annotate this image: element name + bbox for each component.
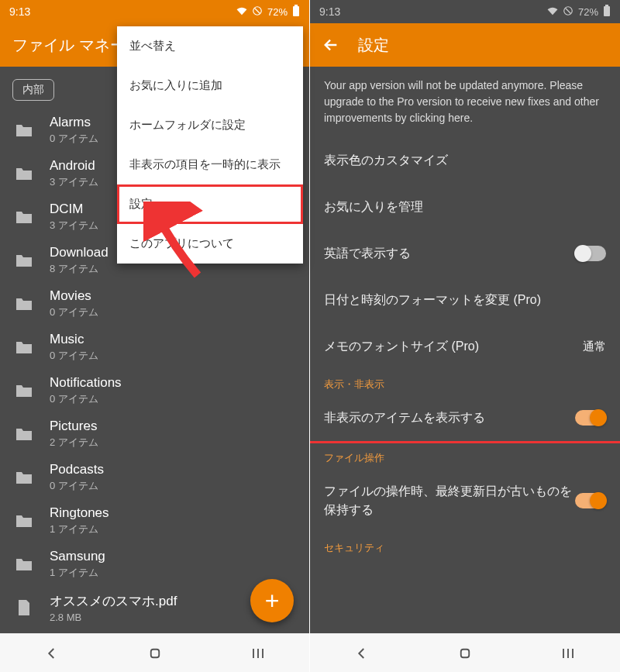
svg-rect-4 <box>150 649 159 657</box>
setting-manage-favorites[interactable]: お気に入りを管理 <box>310 184 620 230</box>
file-row[interactable]: Music0 アイテム <box>0 326 309 369</box>
label: お気に入りを管理 <box>324 198 606 216</box>
file-row[interactable]: Podcasts0 アイテム <box>0 456 309 499</box>
menu-settings[interactable]: 設定 <box>117 184 303 224</box>
file-row[interactable]: Ringtones1 アイテム <box>0 499 309 543</box>
file-texts: オススメのスマホ.pdf2.8 MB <box>50 592 177 623</box>
file-texts: Notifications0 アイテム <box>50 375 122 406</box>
setting-english: 英語で表示する <box>310 230 620 277</box>
toggle-keep-date[interactable] <box>575 493 606 508</box>
nav-home-button[interactable] <box>413 646 516 660</box>
file-icon <box>12 596 36 619</box>
svg-rect-2 <box>293 6 299 16</box>
filter-chip-internal[interactable]: 内部 <box>12 79 54 101</box>
menu-sort[interactable]: 並べ替え <box>117 26 303 66</box>
status-bar: 9:13 72% <box>310 0 620 23</box>
file-subtitle: 0 アイテム <box>50 132 98 146</box>
file-subtitle: 1 アイテム <box>50 522 109 536</box>
folder-icon <box>12 509 36 532</box>
setting-keep-date: ファイルの操作時、最終更新日が古いものを保持する <box>310 468 620 533</box>
wifi-icon <box>236 6 247 18</box>
label: 英語で表示する <box>324 244 575 263</box>
file-name: Samsung <box>50 549 105 564</box>
fab-add-button[interactable]: + <box>250 579 294 622</box>
right-pane: 9:13 72% 設定 Your app version will not be… <box>310 0 620 672</box>
nav-recents-button[interactable] <box>517 646 620 660</box>
file-subtitle: 2 アイテム <box>50 436 98 450</box>
battery-text: 72% <box>578 6 598 18</box>
label: 日付と時刻のフォーマットを変更 (Pro) <box>324 291 606 309</box>
file-subtitle: 0 アイテム <box>50 392 122 406</box>
menu-about[interactable]: このアプリについて <box>117 224 303 264</box>
folder-icon <box>12 249 36 272</box>
file-subtitle: 0 アイテム <box>50 349 98 363</box>
file-row[interactable]: Notifications0 アイテム <box>0 369 309 412</box>
file-name: オススメのスマホ.pdf <box>50 592 177 610</box>
setting-show-hidden: 非表示のアイテムを表示する <box>310 395 620 443</box>
do-not-disturb-icon <box>563 5 574 19</box>
label: ファイルの操作時、最終更新日が古いものを保持する <box>324 482 575 519</box>
back-button[interactable] <box>322 36 339 53</box>
label: 非表示のアイテムを表示する <box>324 408 575 427</box>
label: メモのフォントサイズ (Pro) <box>324 337 574 356</box>
file-texts: Pictures2 アイテム <box>50 419 98 450</box>
file-texts: Android3 アイテム <box>50 158 98 189</box>
folder-icon <box>12 162 36 185</box>
file-row[interactable]: Pictures2 アイテム <box>0 412 309 456</box>
svg-rect-11 <box>605 5 608 6</box>
plus-icon: + <box>265 587 280 615</box>
file-subtitle: 0 アイテム <box>50 479 104 493</box>
file-texts: Samsung1 アイテム <box>50 549 105 580</box>
nav-back-button[interactable] <box>0 646 103 660</box>
setting-date-format[interactable]: 日付と時刻のフォーマットを変更 (Pro) <box>310 277 620 323</box>
setting-font-size[interactable]: メモのフォントサイズ (Pro) 通常 <box>310 323 620 370</box>
status-right: 72% <box>547 5 611 19</box>
nav-recents-button[interactable] <box>206 646 309 660</box>
section-visibility: 表示・非表示 <box>310 370 620 395</box>
file-name: Music <box>50 332 98 347</box>
svg-line-1 <box>254 8 260 13</box>
file-name: Alarms <box>50 115 98 130</box>
status-time: 9:13 <box>319 5 340 18</box>
file-name: Podcasts <box>50 462 104 477</box>
file-name: Movies <box>50 288 98 304</box>
file-subtitle: 0 アイテム <box>50 305 98 319</box>
section-fileop: ファイル操作 <box>310 443 620 468</box>
file-texts: Ringtones1 アイテム <box>50 505 109 536</box>
nav-back-button[interactable] <box>310 646 413 660</box>
nav-home-button[interactable] <box>103 646 206 660</box>
file-texts: Podcasts0 アイテム <box>50 462 104 493</box>
do-not-disturb-icon <box>252 5 263 19</box>
file-name: Android <box>50 158 98 174</box>
file-texts: Alarms0 アイテム <box>50 115 98 146</box>
file-name: DCIM <box>50 202 98 217</box>
file-subtitle: 1 アイテム <box>50 566 105 580</box>
menu-favorite[interactable]: お気に入りに追加 <box>117 66 303 105</box>
folder-icon <box>12 292 36 315</box>
upgrade-notice[interactable]: Your app version will not be updated any… <box>310 67 620 137</box>
battery-icon <box>292 5 300 19</box>
left-pane: 9:13 72% ファイル マネージャー 内部 Alarms0 アイテムAndr… <box>0 0 310 672</box>
label: 表示色のカスタマイズ <box>324 151 606 170</box>
file-row[interactable]: Movies0 アイテム <box>0 282 309 326</box>
folder-icon <box>12 379 36 402</box>
file-subtitle: 3 アイテム <box>50 175 98 189</box>
toggle-english[interactable] <box>575 246 606 261</box>
section-security: セキュリティ <box>310 533 620 558</box>
settings-body[interactable]: Your app version will not be updated any… <box>310 67 620 633</box>
svg-rect-10 <box>604 6 610 16</box>
folder-icon <box>12 336 36 359</box>
status-right: 72% <box>236 5 300 19</box>
value: 通常 <box>583 339 606 354</box>
wifi-icon <box>547 6 558 18</box>
menu-home[interactable]: ホームフォルダに設定 <box>117 105 303 145</box>
status-time: 9:13 <box>9 5 30 18</box>
android-nav-bar <box>0 633 309 672</box>
setting-customize-color[interactable]: 表示色のカスタマイズ <box>310 137 620 184</box>
svg-rect-12 <box>461 649 470 657</box>
battery-icon <box>603 5 611 19</box>
status-bar: 9:13 72% <box>0 0 309 23</box>
file-row[interactable]: Samsung1 アイテム <box>0 543 309 586</box>
toggle-show-hidden[interactable] <box>575 410 606 426</box>
menu-hidden[interactable]: 非表示の項目を一時的に表示 <box>117 145 303 184</box>
